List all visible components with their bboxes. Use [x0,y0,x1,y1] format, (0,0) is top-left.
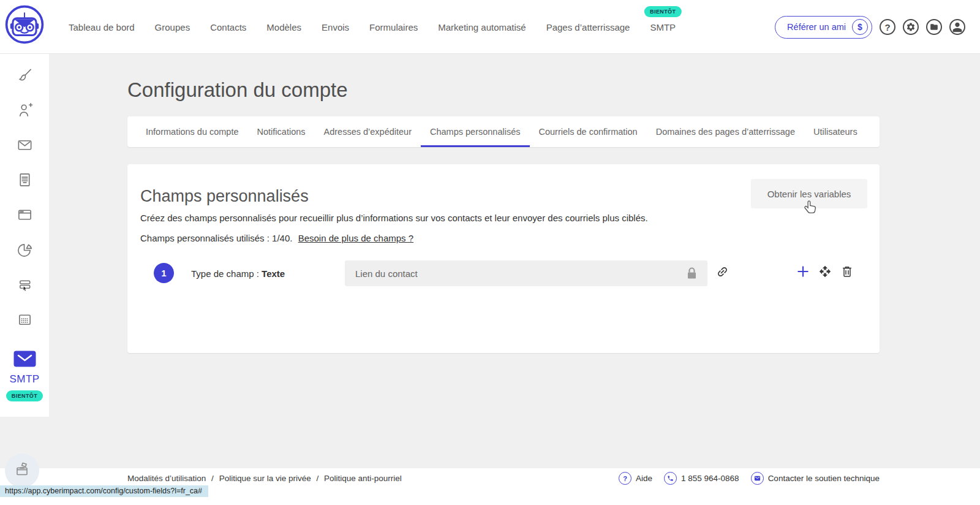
envelope-icon[interactable] [17,137,33,153]
calendar-icon[interactable] [17,311,33,328]
tab-adresses-expediteur[interactable]: Adresses d’expéditeur [315,116,421,147]
support-links: ? Aide 1 855 964-0868 Contacter le souti… [619,472,880,485]
browser-status-bar: https://app.cyberimpact.com/config/custo… [0,485,208,497]
field-index-badge: 1 [154,263,174,283]
tab-utilisateurs[interactable]: Utilisateurs [804,116,867,147]
nav-tableau-de-bord[interactable]: Tableau de bord [69,22,135,32]
link-modalites[interactable]: Modalités d’utilisation [127,474,206,483]
field-type-value: Texte [262,268,285,279]
form-cursor-icon[interactable] [17,276,33,293]
person-add-icon[interactable] [17,102,33,118]
get-variables-button[interactable]: Obtenir les variables [751,179,867,208]
folder-icon[interactable] [926,19,942,35]
tab-informations-du-compte[interactable]: Informations du compte [137,116,248,147]
nav-groupes[interactable]: Groupes [155,22,190,32]
nav-contacts[interactable]: Contacts [210,22,246,32]
help-icon[interactable]: ? [880,19,895,35]
settings-tabs: Informations du compte Notifications Adr… [127,116,880,147]
tab-courriels-confirmation[interactable]: Courriels de confirmation [530,116,647,147]
phone-number[interactable]: 1 855 964-0868 [664,472,739,485]
link-politique-anti-pourriel[interactable]: Politique anti-pourriel [324,474,402,483]
contact-support-link[interactable]: Contacter le soutien technique [751,472,880,485]
link-politique-vie-privee[interactable]: Politique sur la vie privée [219,474,311,483]
nav-smtp[interactable]: BIENTÔT SMTP [650,22,676,32]
smtp-soon-badge: BIENTÔT [644,6,681,17]
top-header: Tableau de bord Groupes Contacts Modèles… [0,0,980,54]
robot-logo-icon [4,4,45,54]
nav-formulaires[interactable]: Formulaires [369,22,418,32]
settings-gear-icon[interactable] [903,19,919,35]
tab-champs-personnalises[interactable]: Champs personnalisés [421,116,530,147]
nav-envois[interactable]: Envois [322,22,349,32]
need-more-fields-link[interactable]: Besoin de plus de champs ? [298,233,413,243]
field-type-label: Type de champ : Texte [191,268,285,279]
app-logo[interactable] [0,0,49,54]
dollar-icon: $ [852,19,868,35]
tab-notifications[interactable]: Notifications [248,116,315,147]
mail-icon [751,472,764,485]
main-nav: Tableau de bord Groupes Contacts Modèles… [69,0,676,54]
link-icon[interactable] [716,265,729,281]
document-icon[interactable] [17,172,33,188]
phone-icon [664,472,677,485]
lock-icon [686,267,698,282]
suggestion-box-button[interactable] [5,454,39,488]
nav-marketing-automatise[interactable]: Marketing automatisé [438,22,526,32]
brush-icon[interactable] [17,67,33,83]
usage-count-text: Champs personnalisés utilisés : 1/40. [140,233,292,243]
refer-friend-button[interactable]: Référer un ami $ [775,16,872,39]
account-icon[interactable] [949,19,965,35]
pie-chart-icon[interactable] [17,241,33,258]
nav-modeles[interactable]: Modèles [266,22,301,32]
left-sidebar: SMTP BIENTÔT [0,54,49,417]
smtp-sidebar-badge: BIENTÔT [6,390,43,401]
sidebar-item-smtp[interactable]: SMTP BIENTÔT [0,351,49,401]
smtp-label: SMTP [9,373,39,385]
custom-fields-card: Champs personnalisés Créez des champs pe… [127,164,880,353]
field-name-input[interactable] [345,260,707,286]
browser-window-icon[interactable] [17,207,33,223]
ballot-box-icon [12,460,32,482]
help-circle-icon: ? [619,472,631,485]
header-actions: Référer un ami $ ? [775,0,965,54]
help-link[interactable]: ? Aide [619,472,652,485]
move-field-icon[interactable] [819,265,831,280]
fields-usage: Champs personnalisés utilisés : 1/40. Be… [140,233,413,243]
add-field-icon[interactable] [797,265,809,280]
nav-pages-atterrissage[interactable]: Pages d’atterrissage [546,22,630,32]
card-heading: Champs personnalisés [140,187,309,206]
page-title: Configuration du compte [127,78,348,102]
smtp-envelope-icon [13,351,36,370]
legal-links: Modalités d’utilisation / Politique sur … [127,474,402,483]
tab-domaines-pages-atterrissage[interactable]: Domaines des pages d’atterrissage [647,116,804,147]
card-description: Créez des champs personnalisés pour recu… [140,213,648,223]
delete-field-icon[interactable] [842,265,853,280]
